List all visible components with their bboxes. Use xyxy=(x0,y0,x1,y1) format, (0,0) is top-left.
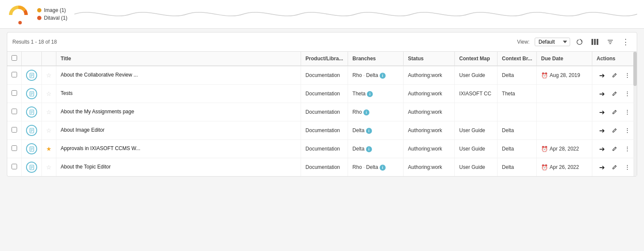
doc-icon xyxy=(26,143,37,154)
row-more-button[interactable]: ⋮ xyxy=(622,144,632,154)
row-branches: Rho i xyxy=(348,103,404,121)
row-more-button[interactable]: ⋮ xyxy=(622,125,632,136)
row-context-br: Delta xyxy=(498,140,537,158)
row-branches: Rho · Delta i xyxy=(348,66,404,85)
legend-label-image: Image (1) xyxy=(44,7,66,13)
row-star-cell[interactable]: ☆ xyxy=(42,158,56,177)
edit-button[interactable] xyxy=(609,144,620,154)
row-doc-icon-cell xyxy=(22,158,42,177)
filter-button[interactable] xyxy=(604,36,616,48)
scrollbar-track[interactable] xyxy=(633,52,637,176)
row-title: Tests xyxy=(61,90,73,96)
table-row: ☆About the Collaborative Review ...Docum… xyxy=(7,66,637,85)
row-title-cell: Tests xyxy=(56,85,301,103)
columns-button[interactable] xyxy=(589,36,601,48)
action-buttons: ➔ ⋮ xyxy=(597,70,632,80)
branch-info-icon[interactable]: i xyxy=(363,109,369,115)
row-more-button[interactable]: ⋮ xyxy=(622,70,632,80)
header-product: Product/Libra... xyxy=(301,52,348,66)
table-wrapper: Title Product/Libra... Branches Status C xyxy=(7,52,637,176)
edit-button[interactable] xyxy=(609,89,620,99)
row-actions-cell: ➔ ⋮ xyxy=(592,158,637,177)
view-label: View: xyxy=(517,39,530,45)
legend: Image (1) Ditaval (1) xyxy=(37,7,67,21)
row-doc-icon-cell xyxy=(22,103,42,121)
legend-label-ditaval: Ditaval (1) xyxy=(44,15,67,21)
branch-name: Theta xyxy=(352,91,366,97)
action-buttons: ➔ ⋮ xyxy=(597,144,632,154)
row-more-button[interactable]: ⋮ xyxy=(622,107,632,117)
edit-button[interactable] xyxy=(609,125,620,136)
svg-rect-2 xyxy=(591,39,593,45)
doc-icon xyxy=(26,106,37,118)
refresh-button[interactable] xyxy=(574,36,585,48)
wavy-svg xyxy=(74,3,637,25)
doc-icon xyxy=(26,70,37,81)
row-checkbox-cell xyxy=(7,158,22,177)
branch-info-icon[interactable]: i xyxy=(380,165,386,171)
branch-name: Delta xyxy=(352,146,364,152)
edit-button[interactable] xyxy=(609,107,620,117)
due-date-text: Apr 26, 2022 xyxy=(550,164,579,170)
table-row: ☆TestsDocumentationTheta iAuthoring:work… xyxy=(7,85,637,103)
select-all-checkbox[interactable] xyxy=(12,55,17,61)
edit-button[interactable] xyxy=(609,70,620,80)
row-context-map: User Guide xyxy=(455,140,498,158)
table-row: ☆About the My Assignments pageDocumentat… xyxy=(7,103,637,121)
row-checkbox[interactable] xyxy=(12,145,17,151)
branch-name: Rho xyxy=(352,164,362,170)
view-select[interactable]: Default Compact Detailed xyxy=(535,38,570,46)
navigate-button[interactable]: ➔ xyxy=(597,70,607,80)
edit-icon xyxy=(612,109,618,115)
row-star-cell[interactable]: ☆ xyxy=(42,66,56,85)
row-star-cell[interactable]: ☆ xyxy=(42,85,56,103)
more-options-button[interactable]: ⋮ xyxy=(620,36,632,48)
row-product: Documentation xyxy=(301,121,348,140)
doc-svg xyxy=(29,91,35,97)
row-due-date xyxy=(537,103,592,121)
row-more-button[interactable]: ⋮ xyxy=(622,162,632,172)
row-context-br xyxy=(498,103,537,121)
row-checkbox[interactable] xyxy=(12,72,17,77)
row-checkbox[interactable] xyxy=(12,109,17,114)
navigate-button[interactable]: ➔ xyxy=(597,162,607,172)
row-actions-cell: ➔ ⋮ xyxy=(592,85,637,103)
navigate-button[interactable]: ➔ xyxy=(597,107,607,117)
row-product: Documentation xyxy=(301,85,348,103)
navigate-button[interactable]: ➔ xyxy=(597,144,607,154)
navigate-button[interactable]: ➔ xyxy=(597,89,607,99)
results-count: Results 1 - 18 of 18 xyxy=(12,39,514,45)
branch-info-icon[interactable]: i xyxy=(366,146,372,152)
table-row: ☆About Image EditorDocumentationDelta iA… xyxy=(7,121,637,140)
row-checkbox[interactable] xyxy=(12,164,17,169)
row-star-cell[interactable]: ☆ xyxy=(42,121,56,140)
row-due-date: ⏰ Aug 28, 2019 xyxy=(537,66,592,85)
row-status: Authoring:work xyxy=(404,66,455,85)
branch-info-icon[interactable]: i xyxy=(380,73,386,79)
edit-button[interactable] xyxy=(609,162,620,172)
results-table: Title Product/Libra... Branches Status C xyxy=(7,52,637,176)
row-star-cell[interactable]: ☆ xyxy=(42,103,56,121)
row-branches: Delta i xyxy=(348,121,404,140)
row-context-map: User Guide xyxy=(455,66,498,85)
header-checkbox-cell xyxy=(7,52,22,66)
row-checkbox[interactable] xyxy=(12,90,17,96)
header-star xyxy=(42,52,56,66)
scrollbar-thumb[interactable] xyxy=(633,52,637,86)
edit-icon xyxy=(612,128,618,133)
navigate-button[interactable]: ➔ xyxy=(597,125,607,136)
action-buttons: ➔ ⋮ xyxy=(597,107,632,117)
row-star-cell[interactable]: ★ xyxy=(42,140,56,158)
doc-svg xyxy=(29,109,35,115)
header-context-br: Context Br... xyxy=(498,52,537,66)
clock-icon: ⏰ xyxy=(541,164,548,171)
svg-rect-4 xyxy=(597,39,598,45)
row-checkbox[interactable] xyxy=(12,127,17,133)
branch-info-icon[interactable]: i xyxy=(367,91,373,97)
row-more-button[interactable]: ⋮ xyxy=(622,89,632,99)
branch-info-icon[interactable]: i xyxy=(366,128,372,134)
table-body: ☆About the Collaborative Review ...Docum… xyxy=(7,66,637,176)
doc-svg xyxy=(29,165,35,170)
row-doc-icon-cell xyxy=(22,66,42,85)
row-context-br: Theta xyxy=(498,85,537,103)
